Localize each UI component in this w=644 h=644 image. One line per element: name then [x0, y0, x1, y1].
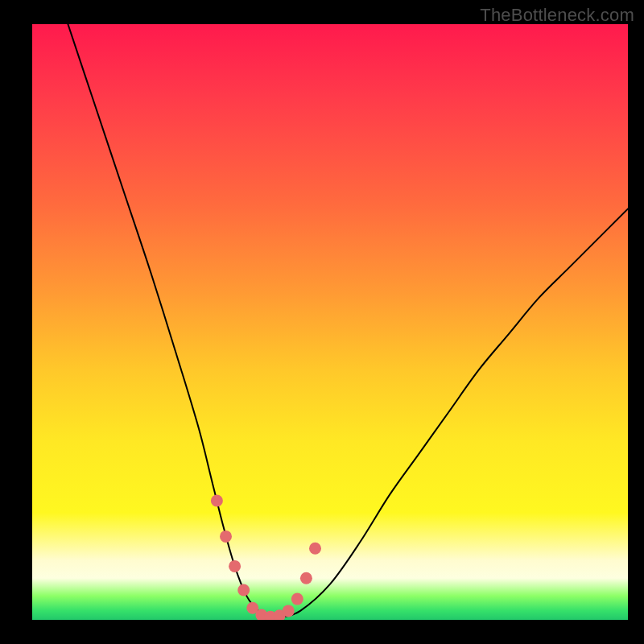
trough-marker — [300, 572, 312, 584]
trough-marker — [229, 560, 241, 572]
curve-layer — [32, 24, 628, 620]
trough-marker-group — [211, 495, 321, 621]
trough-marker — [211, 495, 223, 507]
trough-marker — [291, 593, 303, 605]
trough-marker — [237, 584, 250, 597]
trough-marker — [220, 530, 232, 543]
trough-marker — [283, 605, 295, 617]
bottleneck-curve — [68, 24, 628, 617]
plot-area — [32, 24, 628, 620]
trough-marker — [309, 543, 321, 555]
watermark-text: TheBottleneck.com — [480, 5, 634, 26]
chart-stage: TheBottleneck.com — [0, 0, 644, 644]
